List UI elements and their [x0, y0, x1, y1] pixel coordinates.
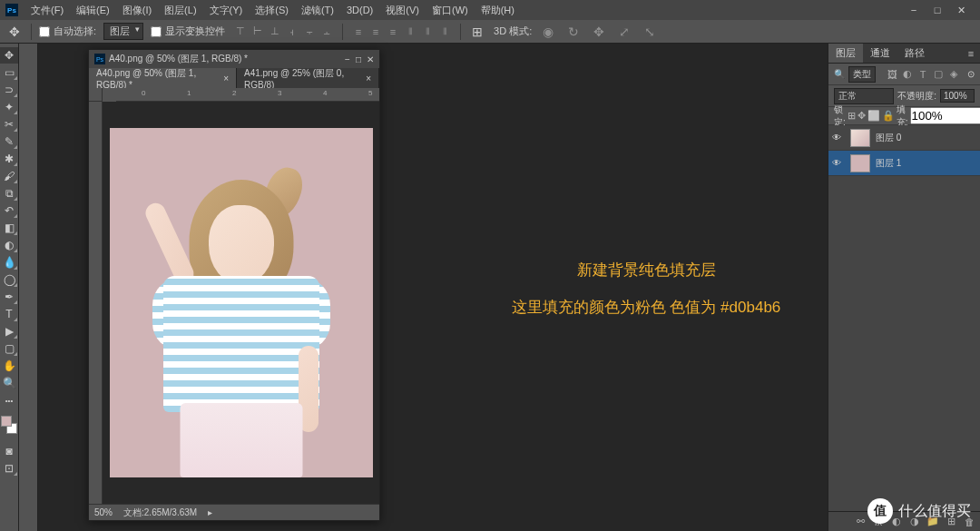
blend-mode-dropdown[interactable]: 正常 — [834, 88, 894, 104]
layer-thumbnail[interactable] — [850, 129, 870, 147]
rectangle-tool[interactable]: ▢ — [0, 340, 18, 357]
distribute-top-icon[interactable]: ≡ — [350, 24, 367, 40]
distribute-left-icon[interactable]: ⦀ — [402, 24, 418, 40]
panel-tab-layers[interactable]: 图层 — [828, 44, 863, 63]
link-layers-icon[interactable]: ⚯ — [853, 515, 867, 529]
maximize-button[interactable]: □ — [931, 4, 944, 16]
layer-name[interactable]: 图层 0 — [876, 132, 901, 144]
auto-select-checkbox[interactable]: 自动选择: — [39, 25, 96, 38]
lock-position-icon[interactable]: ✥ — [858, 110, 866, 122]
align-vcenter-icon[interactable]: ⊢ — [250, 24, 266, 40]
lock-artboard-icon[interactable]: ⬜ — [867, 110, 880, 122]
move-tool[interactable]: ✥ — [0, 47, 18, 64]
quickmask-toggle[interactable]: ◙ — [0, 443, 18, 459]
history-brush-tool[interactable]: ↶ — [0, 202, 18, 219]
menu-3d[interactable]: 3D(D) — [341, 3, 378, 17]
gradient-tool[interactable]: ◐ — [0, 237, 18, 253]
align-top-icon[interactable]: ⊤ — [232, 24, 249, 40]
menu-file[interactable]: 文件(F) — [25, 2, 69, 19]
blur-tool[interactable]: 💧 — [0, 254, 18, 270]
ruler-vertical[interactable] — [89, 102, 103, 504]
fill-input[interactable] — [910, 107, 980, 124]
brush-tool[interactable]: 🖌 — [0, 168, 18, 184]
filter-pixel-icon[interactable]: 🖼 — [886, 68, 898, 81]
align-hcenter-icon[interactable]: ⫟ — [301, 24, 318, 40]
3d-pan-icon[interactable]: ✥ — [590, 23, 608, 41]
3d-slide-icon[interactable]: ⤢ — [615, 23, 633, 41]
filter-type-icon[interactable]: T — [916, 68, 929, 81]
doc-close-button[interactable]: ✕ — [367, 54, 374, 64]
menu-filter[interactable]: 滤镜(T) — [296, 2, 339, 19]
doc-tab-1-close[interactable]: × — [366, 74, 371, 84]
document-titlebar[interactable]: Ps A40.png @ 50% (图层 1, RGB/8) * − □ ✕ — [89, 50, 379, 68]
3d-roll-icon[interactable]: ↻ — [564, 23, 583, 41]
menu-edit[interactable]: 编辑(E) — [71, 2, 115, 19]
layer-visibility-icon[interactable]: 👁 — [832, 158, 845, 168]
dodge-tool[interactable]: ◯ — [0, 271, 18, 288]
align-bottom-icon[interactable]: ⊥ — [267, 24, 283, 40]
panel-tab-channels[interactable]: 通道 — [863, 44, 897, 63]
magic-wand-tool[interactable]: ✦ — [0, 99, 18, 115]
layer-row-1[interactable]: 👁 图层 1 — [828, 151, 980, 176]
status-arrow-icon[interactable]: ▸ — [208, 507, 212, 517]
hand-tool[interactable]: ✋ — [0, 358, 18, 374]
filter-adjust-icon[interactable]: ◐ — [901, 68, 914, 81]
3d-orbit-icon[interactable]: ◉ — [539, 23, 557, 41]
align-left-icon[interactable]: ⫞ — [284, 24, 300, 40]
zoom-tool[interactable]: 🔍 — [0, 375, 18, 391]
panel-menu-button[interactable]: ≡ — [962, 44, 980, 63]
canvas-area[interactable] — [103, 102, 379, 504]
menu-view[interactable]: 视图(V) — [380, 2, 425, 19]
filter-toggle[interactable]: ⊙ — [967, 69, 975, 79]
minimize-button[interactable]: − — [907, 4, 920, 16]
3d-scale-icon[interactable]: ⤡ — [641, 23, 659, 41]
eraser-tool[interactable]: ◧ — [0, 220, 18, 236]
auto-select-mode-dropdown[interactable]: 图层 — [103, 23, 143, 40]
panel-tab-paths[interactable]: 路径 — [897, 44, 932, 63]
marquee-tool[interactable]: ▭ — [0, 64, 18, 81]
doc-tab-1[interactable]: A41.png @ 25% (图层 0, RGB/8) × — [237, 68, 379, 88]
doc-minimize-button[interactable]: − — [345, 54, 350, 64]
crop-tool[interactable]: ✂ — [0, 116, 18, 133]
menu-layer[interactable]: 图层(L) — [159, 2, 201, 19]
align-right-icon[interactable]: ⫠ — [318, 24, 335, 40]
eyedropper-tool[interactable]: ✎ — [0, 133, 18, 150]
lasso-tool[interactable]: ⊃ — [0, 82, 18, 98]
filter-shape-icon[interactable]: ▢ — [932, 68, 945, 81]
color-swatches[interactable] — [0, 415, 18, 435]
doc-tab-0[interactable]: A40.png @ 50% (图层 1, RGB/8) * × — [89, 68, 237, 88]
pen-tool[interactable]: ✒ — [0, 289, 18, 305]
lock-pixels-icon[interactable]: ⊞ — [848, 110, 856, 122]
menu-help[interactable]: 帮助(H) — [475, 2, 520, 19]
distribute-right-icon[interactable]: ⦀ — [436, 24, 453, 40]
filter-smart-icon[interactable]: ◈ — [947, 68, 960, 81]
opacity-input[interactable] — [940, 89, 975, 103]
layer-visibility-icon[interactable]: 👁 — [832, 133, 845, 143]
distribute-hcenter-icon[interactable]: ⦀ — [419, 24, 436, 40]
file-size[interactable]: 文档:2.65M/3.63M — [123, 506, 197, 519]
path-selection-tool[interactable]: ▶ — [0, 323, 18, 339]
auto-align-icon[interactable]: ⊞ — [468, 23, 486, 41]
layer-row-0[interactable]: 👁 图层 0 — [828, 125, 980, 151]
show-transform-checkbox[interactable]: 显示变换控件 — [151, 25, 225, 38]
menu-select[interactable]: 选择(S) — [250, 2, 294, 19]
menu-type[interactable]: 文字(Y) — [204, 2, 249, 19]
menu-window[interactable]: 窗口(W) — [426, 2, 474, 19]
lock-all-icon[interactable]: 🔒 — [882, 110, 895, 122]
distribute-vcenter-icon[interactable]: ≡ — [368, 24, 384, 40]
layer-name[interactable]: 图层 1 — [876, 157, 901, 170]
ruler-horizontal[interactable]: 0 1 2 3 4 5 — [116, 88, 379, 102]
healing-brush-tool[interactable]: ✱ — [0, 151, 18, 167]
screen-mode[interactable]: ⊡ — [0, 460, 18, 477]
menu-image[interactable]: 图像(I) — [117, 2, 157, 19]
zoom-level[interactable]: 50% — [94, 507, 113, 517]
foreground-swatch[interactable] — [1, 416, 12, 427]
filter-search-icon[interactable]: 🔍 — [834, 69, 845, 79]
close-button[interactable]: ✕ — [955, 4, 967, 16]
layer-filter-dropdown[interactable]: 类型 — [848, 66, 876, 83]
edit-toolbar[interactable]: ••• — [0, 392, 18, 408]
layer-thumbnail[interactable] — [850, 154, 870, 172]
doc-maximize-button[interactable]: □ — [356, 54, 361, 64]
clone-stamp-tool[interactable]: ⧉ — [0, 185, 18, 202]
distribute-bottom-icon[interactable]: ≡ — [385, 24, 401, 40]
